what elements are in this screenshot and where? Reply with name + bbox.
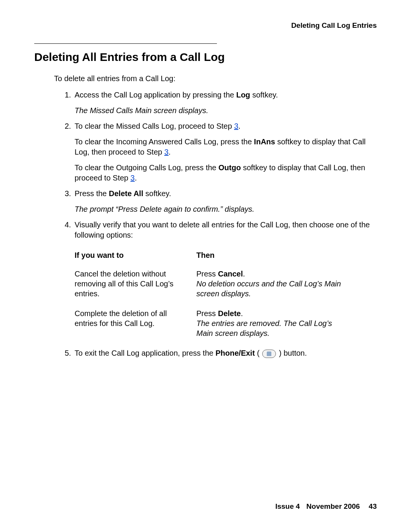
page-footer: Issue 4 November 2006 43 <box>275 502 377 511</box>
footer-page-number: 43 <box>369 502 377 510</box>
step-cross-ref[interactable]: 3 <box>234 122 238 130</box>
then-result: The entries are removed. The Call Log’s … <box>196 319 332 337</box>
table-cell-if: Cancel the deletion without removing all… <box>75 269 196 299</box>
softkey-name: Delete All <box>109 189 143 198</box>
step-number: 4. <box>65 220 71 230</box>
step-5: 5. To exit the Call Log application, pre… <box>65 348 377 358</box>
step-number: 2. <box>65 121 71 131</box>
step-2: 2. To clear the Missed Calls Log, procee… <box>65 121 377 183</box>
intro-text: To delete all entries from a Call Log: <box>54 74 377 83</box>
step-text: To exit the Call Log application, press … <box>75 349 215 357</box>
softkey-name: Outgo <box>218 163 241 172</box>
step-cross-ref[interactable]: 3 <box>164 148 169 156</box>
step-text: softkey. <box>250 91 278 99</box>
step-1: 1. Access the Call Log application by pr… <box>65 90 377 116</box>
step-text: . <box>238 122 241 130</box>
softkey-name: Delete <box>218 309 241 318</box>
then-text: Press <box>196 270 218 278</box>
then-text: Press <box>196 309 218 318</box>
step-result: The Missed Calls Main screen displays. <box>75 106 208 115</box>
document-page: Deleting Call Log Entries Deleting All E… <box>0 0 411 532</box>
step-text: To clear the Outgoing Calls Log, press t… <box>75 163 218 172</box>
step-4: 4. Visually verify that you want to dele… <box>65 220 377 338</box>
step-text: To clear the Incoming Answered Calls Log… <box>75 137 254 146</box>
table-row: Cancel the deletion without removing all… <box>75 269 349 299</box>
footer-date: November 2006 <box>306 502 360 510</box>
button-name: Phone/Exit <box>215 349 255 357</box>
then-text: . <box>243 270 245 278</box>
step-text: softkey. <box>143 189 171 198</box>
table-header-if: If you want to <box>75 250 196 260</box>
procedure-list: 1. Access the Call Log application by pr… <box>65 90 377 358</box>
step-text: Access the Call Log application by press… <box>75 91 236 99</box>
step-text: Press the <box>75 189 109 198</box>
step-number: 3. <box>65 189 71 199</box>
table-row: Complete the deletion of all entries for… <box>75 308 349 338</box>
step-cross-ref[interactable]: 3 <box>131 174 135 182</box>
softkey-name: Cancel <box>218 270 243 278</box>
step-text: . <box>169 148 171 156</box>
phone-exit-icon <box>262 350 276 358</box>
section-title: Deleting All Entries from a Call Log <box>34 51 377 64</box>
table-header-then: Then <box>196 250 349 260</box>
then-result: No deletion occurs and the Call Log’s Ma… <box>196 280 341 298</box>
step-text: Visually verify that you want to delete … <box>75 220 370 239</box>
step-number: 5. <box>65 348 71 358</box>
step-text: ) <box>277 349 284 357</box>
step-text: button. <box>284 349 307 357</box>
table-cell-then: Press Cancel. No deletion occurs and the… <box>196 269 349 299</box>
step-3: 3. Press the Delete All softkey. The pro… <box>65 189 377 214</box>
step-text: . <box>135 174 137 182</box>
step-number: 1. <box>65 90 71 100</box>
section-rule <box>34 43 217 44</box>
table-cell-if: Complete the deletion of all entries for… <box>75 308 196 338</box>
decision-table: If you want to Then Cancel the deletion … <box>75 250 349 338</box>
softkey-name: InAns <box>254 137 275 146</box>
step-text: To clear the Missed Calls Log, proceed t… <box>75 122 234 130</box>
then-text: . <box>241 309 243 318</box>
softkey-name: Log <box>236 91 250 99</box>
step-text: ( <box>255 349 262 357</box>
step-result: The prompt “Press Delete again to confir… <box>75 205 254 213</box>
footer-issue: Issue 4 <box>275 502 299 510</box>
running-header: Deleting Call Log Entries <box>34 21 377 30</box>
table-cell-then: Press Delete. The entries are removed. T… <box>196 308 349 338</box>
